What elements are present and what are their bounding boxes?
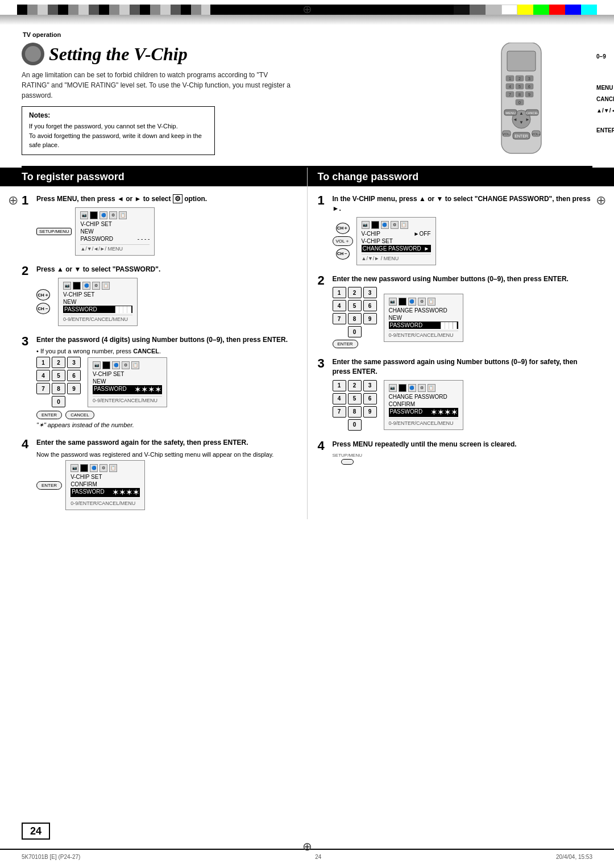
icon-3: 🔵 (99, 211, 107, 219)
remote-label-enter: ENTER (596, 125, 614, 136)
enter-cancel-row: ENTER CANCEL (36, 411, 297, 419)
right-menu-icons-2: 📷 🔵 ⚙ 📋 (389, 298, 458, 306)
step-2-visual: CH＋ CH－ 📷 🔵 ⚙ 📋 (36, 278, 297, 326)
step-4-note: Now the password was registered and V-Ch… (36, 451, 297, 458)
r-icon-1-1: 📷 (362, 221, 370, 229)
right-step-4-visual: SETUP/MENU (333, 453, 593, 465)
menu-row-vchip-set: V-CHIP SET (80, 220, 150, 228)
num-3: 3 (67, 357, 81, 368)
right-menu-vchip-val: ►OFF (414, 231, 431, 237)
step-4-visual: ENTER 📷 🔵 ⚙ 📋 V-CHIP SET (36, 460, 297, 510)
menu-2-vchip-set: V-CHIP SET (63, 291, 94, 298)
right-step-2-instruction: Enter the new password using Number butt… (333, 274, 593, 284)
menu-nav-2: 0-9/ENTER/CANCEL/MENU (63, 315, 132, 322)
icon-2 (90, 211, 98, 219)
r2-num-7: 7 (333, 313, 346, 324)
password-stars-4: ✶ ✶ ✶ ✶ (113, 489, 139, 496)
step-1-visual: SETUP/MENU 📷 🔵 ⚙ 📋 (36, 207, 297, 256)
enter-btn-4: ENTER (36, 481, 62, 490)
right-4-setup-menu: SETUP/MENU (333, 453, 362, 465)
footer-right: 20/4/04, 15:53 (556, 854, 592, 860)
main-columns: To register password 1 Press MENU, then … (22, 166, 592, 519)
right-step-number-3: 3 (318, 357, 328, 370)
cancel-btn-3: CANCEL (65, 411, 94, 419)
num-1: 1 (36, 357, 50, 368)
star-2: ✶ (142, 386, 147, 394)
icon-1: 📷 (80, 211, 88, 219)
right-step-1-menu-box: 📷 🔵 ⚙ 📋 V-CHIP ►OFF V-CH (356, 217, 436, 265)
icon-3-4: ⚙ (122, 361, 130, 369)
step-2-content: Press ▲ or ▼ to select "PASSWORD". CH＋ C… (36, 265, 297, 326)
star-4: ✶ (155, 386, 161, 394)
menu-4-password: PASSWORD (72, 489, 105, 496)
star-4-4: ✶ (133, 489, 139, 496)
svg-text:VOL-: VOL- (503, 132, 511, 136)
step-3-visual: 1 2 3 4 5 6 7 8 9 0 (36, 357, 297, 407)
icon-3-2 (102, 361, 110, 369)
svg-text:1: 1 (509, 77, 511, 81)
step-2-menu-box: 📷 🔵 ⚙ 📋 V-CHIP SET NEW (58, 278, 138, 326)
svg-text:◄: ◄ (513, 117, 517, 122)
password-stars-3: ✶ ✶ ✶ ✶ (135, 386, 161, 394)
menu-label-new: NEW (80, 228, 93, 235)
r3-num-6: 6 (363, 393, 377, 404)
right-3-numpad-enter: 1 2 3 4 5 6 7 8 9 0 (333, 380, 380, 431)
color-lightgray (486, 5, 501, 15)
r2-num-0: 0 (348, 326, 362, 337)
menu-4-vchip: V-CHIP SET (70, 474, 102, 480)
left-section-header: To register password (0, 168, 307, 186)
right-menu3-change: CHANGE PASSWORD (389, 394, 447, 400)
menu-3-new: NEW (93, 378, 106, 385)
numpad-enter-group: 1 2 3 4 5 6 7 8 9 0 (36, 357, 84, 407)
right-step-1-instruction: In the V-CHIP menu, press ▲ or ▼ to sele… (333, 194, 593, 214)
right-step-1: 1 In the V-CHIP menu, press ▲ or ▼ to se… (318, 194, 593, 265)
right-step-3-instruction: Enter the same password again using Numb… (333, 357, 593, 377)
notes-title: Notes: (29, 111, 208, 119)
step-4-menu-box: 📷 🔵 ⚙ 📋 V-CHIP SET CONFIRM (65, 460, 145, 510)
menu-icons-3: 📷 🔵 ⚙ 📋 (93, 361, 162, 369)
right-step-3-content: Enter the same password again using Numb… (333, 357, 593, 431)
right-menu2-password-val: ████ (441, 322, 457, 328)
right-menu2-change-pwd: CHANGE PASSWORD (389, 307, 447, 314)
right-ch-up: CH＋ (336, 223, 350, 234)
menu-row-new: NEW (80, 228, 150, 235)
num-6: 6 (67, 370, 81, 381)
r2-num-8: 8 (348, 313, 362, 324)
star-r3-3: ✶ (445, 408, 450, 416)
menu-nav-1: ▲/▼/◄/►/ MENU (80, 244, 150, 252)
step-1-content: Press MENU, then press ◄ or ► to select … (36, 194, 297, 256)
step-1-menu-box: 📷 🔵 ⚙ 📋 V-CHIP SET NEW (75, 207, 155, 256)
step-3-menu-box: 📷 🔵 ⚙ 📋 V-CHIP SET NEW (88, 357, 167, 407)
icon-2-2 (73, 282, 81, 290)
step-3-content: Enter the password (4 digits) using Numb… (36, 335, 297, 429)
icon-4-3: 🔵 (90, 464, 98, 472)
title-left: Setting the V-Chip An age limitation can… (22, 43, 479, 155)
icon-2-3: 🔵 (82, 282, 90, 290)
right-section-header: To change password (308, 168, 615, 186)
num-7: 7 (36, 383, 50, 394)
r3-num-8: 8 (348, 406, 362, 418)
right-menu-row3-confirm: CONFIRM (389, 400, 458, 408)
numpad-3: 1 2 3 4 5 6 7 8 9 0 (36, 357, 81, 407)
footer-left: 5K70101B [E] (P24-27) (22, 854, 80, 860)
right-menu-row2-change: CHANGE PASSWORD (389, 307, 458, 314)
left-column: To register password 1 Press MENU, then … (22, 168, 308, 519)
remote-label-arrows: ▲/▼/◄/► (596, 105, 614, 116)
page-number: 24 (30, 825, 42, 837)
crosshair-right-icon: ⊕ (596, 193, 606, 208)
right-step-3-menu-box: 📷 🔵 ⚙ 📋 CHANGE PASSWORD CONFIRM (384, 380, 463, 430)
svg-text:7: 7 (509, 93, 511, 97)
right-menu-icons-3: 📷 🔵 ⚙ 📋 (389, 384, 458, 392)
right-menu-row3-password: PASSWORD ✶ ✶ ✶ ✶ (389, 408, 458, 417)
svg-text:▼: ▼ (519, 120, 524, 125)
r-icon-3-5: 📋 (428, 384, 435, 392)
remote-label-cancel: CANCEL (596, 94, 614, 105)
color-black (438, 5, 454, 15)
right-4-menu-btn (341, 459, 354, 465)
svg-text:MENU: MENU (505, 111, 516, 115)
title-icon (22, 43, 44, 65)
top-pattern-bar (17, 5, 210, 15)
crosshair-left-icon: ⊕ (8, 193, 18, 208)
icon-3-5: 📋 (131, 361, 139, 369)
r3-num-7: 7 (333, 406, 346, 418)
